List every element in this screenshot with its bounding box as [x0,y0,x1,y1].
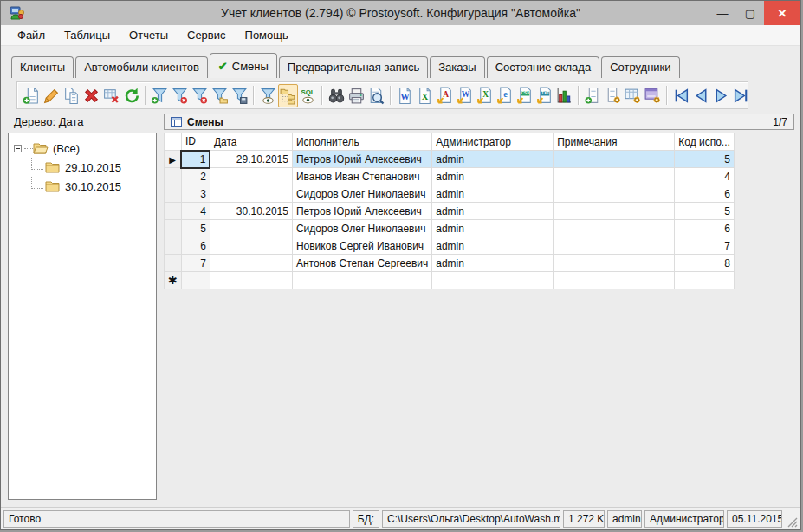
cell-notes[interactable] [554,168,675,185]
cell-date[interactable] [210,220,292,237]
column-header-administrator[interactable]: Администратор [432,133,554,151]
cell-executor-code[interactable]: 7 [675,237,735,255]
table-row[interactable]: 2 Иванов Иван Степанович admin 4 [165,168,735,185]
tree-collapse-icon[interactable] [14,145,22,152]
table-row[interactable]: 4 30.10.2015 Петров Юрий Алексеевич admi… [165,203,735,220]
cell-date[interactable] [210,168,292,185]
cell-notes[interactable] [554,237,675,255]
tab-stock-state[interactable]: Состояние склада [487,56,599,78]
open-in-excel-icon[interactable]: X [415,84,435,107]
nav-next-icon[interactable] [711,84,731,107]
menu-reports[interactable]: Отчеты [120,26,178,44]
sql-filter-show-icon[interactable]: SQL [298,84,318,107]
tree-item-date-2[interactable]: 30.10.2015 [10,177,154,196]
menu-help[interactable]: Помощь [236,26,298,44]
delete-record-icon[interactable] [81,84,101,107]
add-record-icon[interactable] [22,84,42,107]
cell-executor[interactable]: Петров Юрий Алексеевич [292,151,431,168]
tab-clients[interactable]: Клиенты [11,56,74,78]
cell-date[interactable] [210,237,292,255]
cell-id[interactable]: 4 [181,203,210,220]
cell-executor[interactable]: Петров Юрий Алексеевич [292,203,431,220]
cell-executor[interactable]: Сидоров Олег Николаевич [292,220,431,237]
cell-id[interactable]: 3 [181,185,210,203]
tree-panel-toggle-icon[interactable] [278,84,298,107]
cell-executor-code[interactable]: 6 [675,185,735,203]
cell-id[interactable]: 1 [181,151,210,168]
table-row[interactable]: 3 Сидоров Олег Николаевич admin 6 [165,185,735,203]
cell-executor-code[interactable]: 5 [675,151,735,168]
column-header-id[interactable]: ID [181,133,210,151]
new-record-row[interactable]: ✱ [165,272,735,289]
filter-add-icon[interactable] [150,84,170,107]
nav-prev-icon[interactable] [691,84,711,107]
cell-executor[interactable]: Антонов Степан Сергеевич [292,255,431,272]
tab-client-cars[interactable]: Автомобили клиентов [75,56,208,78]
delete-all-records-icon[interactable] [101,84,121,107]
edit-record-icon[interactable] [42,84,62,107]
tree-item-date-1[interactable]: 29.10.2015 [10,158,154,177]
cell-administrator[interactable]: admin [432,220,554,237]
cell-executor[interactable]: Иванов Иван Степанович [292,168,431,185]
column-header-date[interactable]: Дата [210,133,292,151]
column-header-executor[interactable]: Исполнитель [292,133,431,151]
cell-executor-code[interactable]: 4 [675,168,735,185]
cell-executor-code[interactable]: 6 [675,220,735,237]
cell-executor-code[interactable]: 8 [675,255,735,272]
cell-administrator[interactable]: admin [432,185,554,203]
tab-orders[interactable]: Заказы [430,56,484,78]
cell-id[interactable]: 2 [181,168,210,185]
view-settings-icon[interactable] [603,84,623,107]
menu-tables[interactable]: Таблицы [55,26,120,44]
filter-remove-icon[interactable] [190,84,210,107]
filter-open-icon[interactable] [210,84,230,107]
tab-employees[interactable]: Сотрудники [601,56,679,78]
refresh-icon[interactable] [121,84,141,107]
cell-date[interactable] [210,255,292,272]
cell-id[interactable]: 6 [181,237,210,255]
chart-icon[interactable] [554,84,574,107]
cell-notes[interactable] [554,185,675,203]
minimize-button[interactable]: — [709,1,736,25]
print-icon[interactable] [346,84,366,107]
tab-shifts[interactable]: ✔Смены [210,53,277,78]
export-excel-icon[interactable]: X [475,84,495,107]
cell-executor[interactable]: Новиков Сергей Иванович [292,237,431,255]
form-settings-icon[interactable] [643,84,663,107]
menu-file[interactable]: Файл [8,26,55,44]
cell-executor-code[interactable]: 5 [675,203,735,220]
export-pdf-icon[interactable]: A [435,84,455,107]
cell-id[interactable]: 7 [181,255,210,272]
nav-last-icon[interactable] [731,84,751,107]
cell-executor[interactable]: Сидоров Олег Николаевич [292,185,431,203]
export-word-icon[interactable]: W [455,84,475,107]
cell-date[interactable]: 30.10.2015 [210,203,292,220]
view-add-icon[interactable] [583,84,603,107]
cell-notes[interactable] [554,220,675,237]
close-button[interactable]: ✕ [764,1,800,25]
cell-administrator[interactable]: admin [432,237,554,255]
table-row[interactable]: ▶ 1 29.10.2015 Петров Юрий Алексеевич ad… [165,151,735,168]
print-preview-icon[interactable] [366,84,386,107]
tab-preliminary-booking[interactable]: Предварительная запись [279,56,428,78]
filter-save-icon[interactable] [230,84,249,107]
cell-administrator[interactable]: admin [432,168,554,185]
table-row[interactable]: 6 Новиков Сергей Иванович admin 7 [165,237,735,255]
cell-id[interactable]: 5 [181,220,210,237]
tree-item-all[interactable]: (Все) [10,139,154,158]
resize-grip[interactable] [785,510,798,528]
find-icon[interactable] [327,84,346,107]
cell-date[interactable]: 29.10.2015 [210,151,292,168]
cell-administrator[interactable]: admin [432,255,554,272]
export-csv-icon[interactable]: CSV [515,84,534,107]
maximize-button[interactable]: ▢ [736,1,764,25]
export-txt-icon[interactable]: TXT [534,84,554,107]
filter-show-icon[interactable] [258,84,278,107]
column-header-notes[interactable]: Примечания [554,133,675,151]
cell-date[interactable] [210,185,292,203]
cell-notes[interactable] [554,151,675,168]
grid-settings-icon[interactable] [623,84,643,107]
cell-administrator[interactable]: admin [432,151,554,168]
cell-administrator[interactable]: admin [432,203,554,220]
menu-service[interactable]: Сервис [178,26,236,44]
